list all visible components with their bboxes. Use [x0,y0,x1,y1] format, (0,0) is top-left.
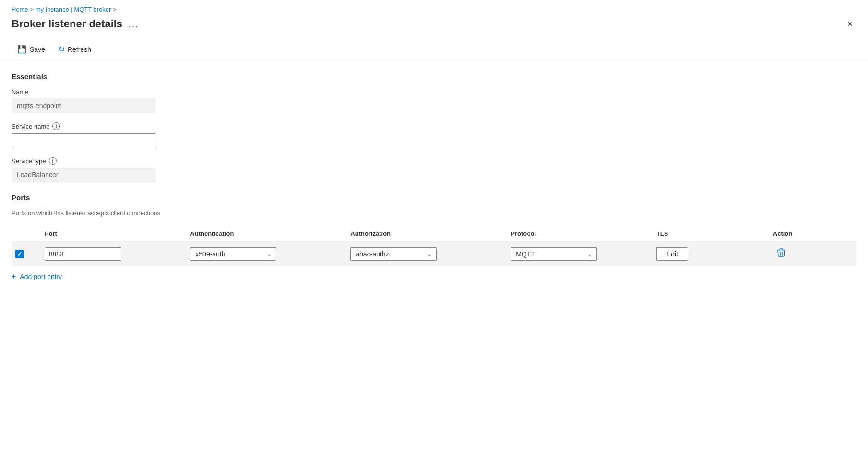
service-type-label: Service type i [12,157,856,165]
breadcrumb-sep2: > [113,6,116,13]
service-name-label: Service name i [12,122,856,130]
authentication-dropdown[interactable]: x509-auth ⌄ [190,247,276,261]
refresh-icon: ↻ [59,45,65,54]
col-authorization: Authorization [346,226,507,242]
service-type-field-group: Service type i LoadBalancer [12,157,856,182]
refresh-label: Refresh [68,46,91,53]
essentials-title: Essentials [12,73,856,81]
panel-title: Broker listener details ... [12,18,139,30]
protocol-dropdown[interactable]: MQTT ⌄ [511,247,597,261]
col-port: Port [41,226,187,242]
protocol-cell: MQTT ⌄ [507,242,653,266]
delete-row-button[interactable] [773,246,789,262]
name-field-group: Name mqtts-endpoint [12,88,856,113]
table-row: x509-auth ⌄ abac-authz ⌄ [12,242,856,266]
ports-table: Port Authentication Authorization Protoc… [12,226,856,266]
tls-cell: Edit [653,242,769,266]
authorization-cell: abac-authz ⌄ [346,242,507,266]
toolbar: 💾 Save ↻ Refresh [0,38,868,61]
ports-table-header: Port Authentication Authorization Protoc… [12,226,856,242]
add-port-label: Add port entry [20,273,62,280]
breadcrumb-sep1: > [30,6,34,13]
trash-icon [777,248,785,257]
service-name-info-icon: i [52,122,60,130]
row-checkbox[interactable] [15,250,24,258]
authorization-dropdown[interactable]: abac-authz ⌄ [350,247,437,261]
authorization-value: abac-authz [356,250,389,258]
ports-title: Ports [12,194,856,202]
col-protocol: Protocol [507,226,653,242]
col-authentication: Authentication [186,226,346,242]
action-cell [769,242,856,266]
authentication-chevron: ⌄ [267,251,271,256]
save-button[interactable]: 💾 Save [12,42,51,57]
tls-edit-button[interactable]: Edit [656,247,688,261]
breadcrumb: Home > my-instance | MQTT broker > [0,0,868,16]
panel-more-options[interactable]: ... [128,19,139,30]
service-type-info-icon: i [49,157,57,165]
protocol-value: MQTT [516,250,535,258]
row-checkbox-cell [12,242,41,266]
content-area: Essentials Name mqtts-endpoint Service n… [0,61,868,293]
breadcrumb-instance[interactable]: my-instance | MQTT broker [36,6,111,13]
name-label: Name [12,88,856,96]
panel-header: Broker listener details ... × [0,16,868,38]
ports-section: Ports Ports on which this listener accep… [12,194,856,281]
port-input[interactable] [45,247,121,261]
authentication-value: x509-auth [195,250,225,258]
authentication-cell: x509-auth ⌄ [186,242,346,266]
broker-listener-panel: Home > my-instance | MQTT broker > Broke… [0,0,868,451]
close-button[interactable]: × [844,18,856,30]
service-name-field-group: Service name i [12,122,856,147]
protocol-chevron: ⌄ [588,251,592,256]
add-port-entry[interactable]: + Add port entry [12,272,856,281]
refresh-button[interactable]: ↻ Refresh [53,42,97,57]
plus-icon: + [12,272,16,281]
ports-subtitle: Ports on which this listener accepts cli… [12,209,856,217]
save-icon: 💾 [17,45,27,54]
breadcrumb-home[interactable]: Home [12,6,28,13]
save-label: Save [30,46,45,53]
panel-title-text: Broker listener details [12,18,122,30]
col-action: Action [769,226,856,242]
col-checkbox [12,226,41,242]
port-cell [41,242,187,266]
service-type-value: LoadBalancer [12,168,155,182]
authorization-chevron: ⌄ [428,251,431,256]
name-value: mqtts-endpoint [12,98,155,113]
service-name-input[interactable] [12,133,155,147]
col-tls: TLS [653,226,769,242]
